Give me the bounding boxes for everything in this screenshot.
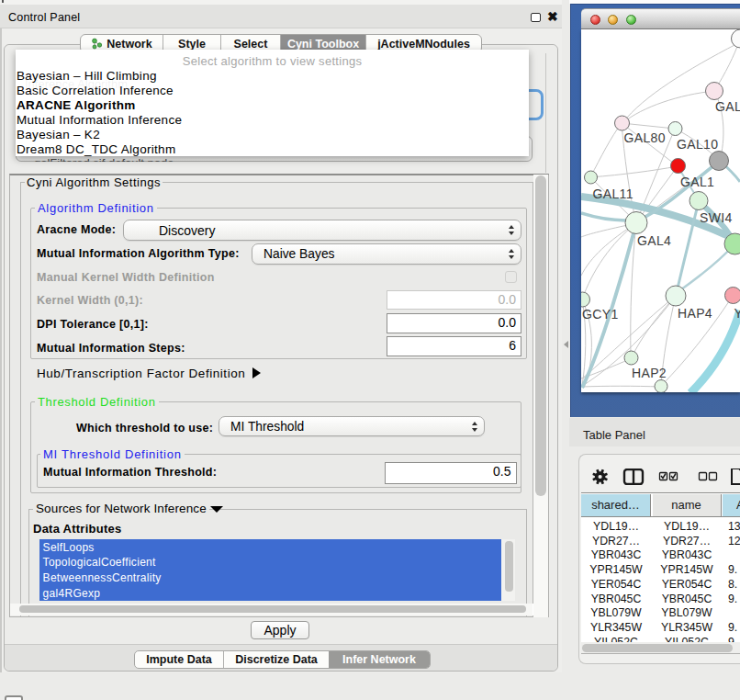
svg-text:GAL11: GAL11 (593, 186, 633, 201)
svg-text:HAP4: HAP4 (678, 306, 712, 321)
svg-text:GAL80: GAL80 (624, 130, 666, 145)
svg-text:GCY1: GCY1 (582, 307, 619, 322)
svg-text:GAL: GAL (715, 99, 740, 114)
svg-text:HAP2: HAP2 (632, 366, 667, 380)
svg-text:GAL4: GAL4 (637, 233, 671, 248)
svg-text:GAL10: GAL10 (677, 137, 718, 152)
svg-text:SWI4: SWI4 (700, 210, 733, 225)
svg-text:Y: Y (734, 306, 740, 321)
svg-text:GAL1: GAL1 (680, 175, 714, 189)
